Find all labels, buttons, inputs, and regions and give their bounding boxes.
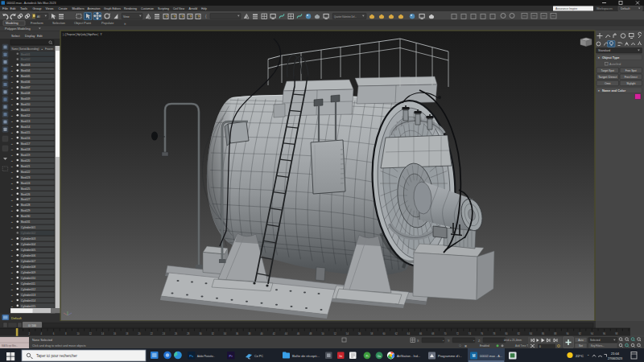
svg-text:Cylinder005: Cylinder005 (21, 249, 35, 252)
svg-text:Box019: Box019 (21, 154, 31, 157)
svg-text:Skylight: Skylight (626, 82, 635, 85)
svg-text:38: 38 (248, 332, 251, 335)
svg-text:Target Spot: Target Spot (601, 69, 614, 72)
svg-text:Auto: Auto (578, 339, 584, 342)
svg-text:Box006: Box006 (21, 80, 31, 84)
svg-text:Box031: Box031 (21, 220, 31, 224)
svg-text:Cylinder015: Cylinder015 (21, 305, 35, 308)
svg-text:16: 16 (114, 332, 117, 335)
svg-text:22: 22 (151, 332, 154, 335)
svg-text:Box028: Box028 (21, 204, 31, 207)
svg-text:Arnold: Arnold (189, 6, 198, 10)
svg-text:ArtStation - Ind...: ArtStation - Ind... (397, 354, 420, 358)
svg-text:Select: Select (11, 35, 20, 38)
svg-text:24: 24 (163, 332, 166, 335)
svg-text:28: 28 (187, 332, 190, 335)
svg-text:Default: Default (621, 7, 630, 10)
svg-text:0: 0 (539, 345, 541, 348)
svg-text:42: 42 (273, 332, 276, 335)
svg-text:Box021: Box021 (21, 165, 31, 168)
svg-text:94: 94 (591, 332, 594, 335)
svg-text:None Selected: None Selected (32, 339, 52, 342)
svg-text:72: 72 (456, 332, 460, 335)
svg-text:▾: ▾ (598, 56, 600, 60)
svg-text:40: 40 (260, 332, 263, 335)
svg-text:?: ? (181, 14, 184, 19)
svg-text:Ps: Ps (189, 354, 193, 358)
svg-text:View: View (123, 15, 130, 19)
svg-text:▲: ▲ (41, 48, 43, 51)
svg-text:Box022: Box022 (21, 171, 31, 174)
svg-text:Create: Create (59, 6, 68, 10)
svg-text:98: 98 (615, 332, 618, 335)
svg-text:Da: Da (378, 355, 381, 358)
svg-text:Cylinder012: Cylinder012 (21, 288, 35, 291)
svg-text:46: 46 (297, 332, 300, 335)
svg-text:Box004: Box004 (21, 69, 31, 72)
svg-text:Selection: Selection (52, 21, 65, 25)
svg-text:30: 30 (199, 332, 202, 335)
svg-text:Box027: Box027 (21, 198, 31, 201)
svg-text:Assurance Inspire: Assurance Inspire (555, 7, 577, 10)
svg-text:Box002: Box002 (21, 58, 31, 61)
svg-text:Tools: Tools (20, 6, 27, 10)
svg-text:78: 78 (493, 332, 496, 335)
svg-text:Box024: Box024 (21, 182, 31, 185)
svg-text:Target Direct: Target Direct (598, 76, 617, 79)
svg-text:Edit: Edit (37, 35, 43, 38)
svg-text:82: 82 (518, 332, 521, 335)
svg-text:Cylinder008: Cylinder008 (21, 265, 35, 269)
svg-text:Cylinder002: Cylinder002 (21, 232, 35, 235)
svg-text:Cylinder003: Cylinder003 (21, 237, 35, 241)
svg-text:Workspaces: Workspaces (597, 7, 613, 10)
svg-text:Cylinder006: Cylinder006 (21, 254, 35, 257)
svg-text:⌃: ⌃ (587, 354, 589, 358)
svg-text:Populate: Populate (101, 21, 114, 25)
svg-text:32: 32 (212, 332, 215, 335)
svg-text:Cylinder011: Cylinder011 (21, 282, 35, 286)
svg-text:58: 58 (370, 332, 374, 335)
svg-text:Cylinder010: Cylinder010 (21, 277, 35, 280)
svg-text:MAXScript Mini...: MAXScript Mini... (2, 344, 18, 348)
svg-text:Box029: Box029 (21, 209, 31, 212)
svg-text:86: 86 (542, 332, 545, 335)
svg-text:00002.max - Autodesk 3ds Max 2: 00002.max - Autodesk 3ds Max 2023 (7, 1, 57, 5)
svg-text:Standard: Standard (598, 49, 610, 52)
svg-text:Rendering: Rendering (124, 6, 137, 10)
svg-text:Set: Set (579, 344, 583, 348)
svg-text:Z:: Z: (478, 339, 481, 343)
svg-text:Programme d’i...: Programme d’i... (438, 354, 462, 358)
svg-text:Free Direct: Free Direct (625, 76, 638, 79)
svg-text:Cylinder013: Cylinder013 (21, 294, 35, 297)
svg-text:90: 90 (566, 332, 569, 335)
svg-text:Selected: Selected (590, 339, 601, 342)
svg-text:Box025: Box025 (21, 187, 31, 191)
svg-text:Box014: Box014 (21, 125, 31, 129)
svg-text:Edit: Edit (10, 6, 17, 10)
svg-text:Free Spot: Free Spot (625, 69, 637, 72)
svg-text:44: 44 (285, 332, 288, 335)
svg-text:48: 48 (309, 332, 312, 335)
svg-text:Box001: Box001 (21, 53, 31, 56)
svg-text:Y:: Y: (448, 339, 450, 343)
svg-text:76: 76 (481, 332, 484, 335)
svg-text:Cylinder009: Cylinder009 (21, 271, 35, 274)
svg-text:20: 20 (138, 332, 141, 335)
svg-text:?: ? (189, 14, 192, 19)
svg-text:Boîte de récepti...: Boîte de récepti... (292, 354, 320, 358)
svg-text:M: M (473, 354, 476, 358)
svg-text:36: 36 (236, 332, 239, 335)
svg-text:Box012: Box012 (21, 114, 31, 117)
svg-text:Taper ici pour rechercher: Taper ici pour rechercher (36, 354, 77, 358)
svg-text:Pr: Pr (229, 354, 233, 358)
svg-text:Cylinder007: Cylinder007 (21, 260, 35, 263)
svg-text:?: ? (197, 14, 200, 19)
svg-text:Click and drag to select and m: Click and drag to select and move object… (32, 344, 86, 348)
svg-text:File: File (2, 6, 9, 10)
svg-text:Scripting: Scripting (158, 6, 169, 10)
svg-text:Box009: Box009 (21, 97, 31, 101)
svg-text:Animation: Animation (88, 6, 101, 10)
svg-text:27/06/2023: 27/06/2023 (608, 357, 622, 360)
svg-text:18: 18 (126, 332, 129, 335)
svg-text:68: 68 (431, 332, 435, 335)
